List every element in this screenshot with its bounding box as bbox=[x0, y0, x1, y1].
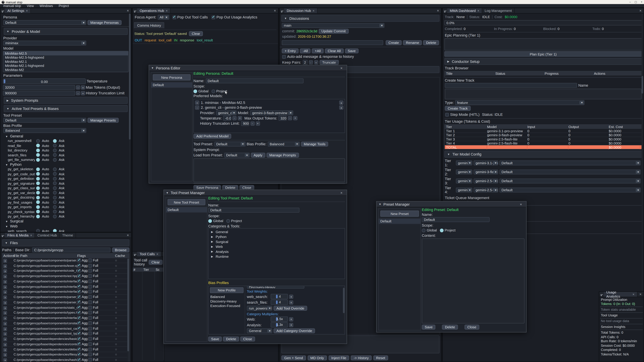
provider-select[interactable]: minimax▼ bbox=[3, 40, 86, 45]
category-item[interactable]: ▶Web bbox=[211, 245, 342, 249]
ask-radio[interactable] bbox=[53, 153, 57, 157]
discussion-name-input[interactable] bbox=[282, 40, 383, 45]
auto-radio[interactable] bbox=[36, 172, 40, 176]
panel-close-icon[interactable]: × bbox=[272, 8, 278, 12]
full-checkbox[interactable] bbox=[88, 306, 92, 309]
browse-button[interactable]: Browse bbox=[112, 248, 130, 252]
panel-close-icon[interactable]: × bbox=[637, 292, 644, 296]
scrollbar[interactable] bbox=[343, 287, 345, 333]
tool-group-header[interactable]: ▼Web bbox=[5, 224, 130, 228]
tier-preset-select[interactable]: Default▼ bbox=[500, 178, 641, 183]
tab-usage-analytics[interactable]: Usage Analytics× bbox=[604, 292, 637, 297]
model-option[interactable]: MiniMax-M2 bbox=[3, 68, 128, 72]
save-preset-button[interactable]: Save bbox=[422, 325, 436, 330]
discussions-section-header[interactable]: ▼Discussions bbox=[282, 15, 440, 22]
clear-all-button[interactable]: Clear All bbox=[325, 48, 344, 53]
full-checkbox[interactable] bbox=[88, 311, 92, 315]
agg-checkbox[interactable] bbox=[77, 332, 81, 336]
close-tab-icon[interactable]: × bbox=[30, 233, 32, 237]
auto-radio[interactable] bbox=[36, 148, 40, 152]
menu-item[interactable]: View bbox=[27, 4, 34, 7]
remove-multiplier-button[interactable]: x bbox=[289, 323, 293, 327]
base-dir-input[interactable]: C:/projects/gencpp bbox=[32, 248, 110, 252]
agg-checkbox[interactable] bbox=[77, 274, 81, 278]
scope-project-radio[interactable] bbox=[211, 89, 215, 93]
remove-file-button[interactable]: x bbox=[3, 269, 7, 273]
tier-model-select[interactable]: gemini-2.5-flash▼ bbox=[474, 178, 498, 183]
dock-icon[interactable] bbox=[443, 8, 447, 13]
system-prompt-textarea[interactable] bbox=[193, 158, 345, 182]
tab-tool-calls[interactable]: Tool Calls× bbox=[137, 252, 161, 256]
popout-tool-calls-checkbox[interactable] bbox=[172, 15, 176, 19]
full-checkbox[interactable] bbox=[88, 327, 92, 330]
preset-content-textarea[interactable] bbox=[422, 239, 524, 324]
composer-button[interactable]: Gen + Send bbox=[282, 356, 306, 360]
tool-preset-select[interactable]: Default▼ bbox=[3, 118, 86, 123]
rename-discussion-button[interactable]: Rename bbox=[403, 40, 422, 45]
pe-tool-preset-select[interactable]: Default▼ bbox=[214, 142, 245, 146]
remove-file-button[interactable]: x bbox=[3, 296, 7, 299]
manage-prompts-button[interactable]: Manage Prompts bbox=[266, 153, 299, 158]
epic-planning-textarea[interactable] bbox=[444, 38, 642, 50]
model-option[interactable]: MiniMax-M2.5-highspeed bbox=[3, 55, 128, 59]
agg-checkbox[interactable] bbox=[77, 316, 81, 320]
auto-radio[interactable] bbox=[36, 191, 40, 195]
scrollbar[interactable] bbox=[127, 259, 129, 362]
remove-file-button[interactable]: x bbox=[3, 353, 7, 357]
agg-checkbox[interactable] bbox=[77, 285, 81, 289]
tool-override-select[interactable]: run_powershell▼ bbox=[247, 306, 272, 311]
panel-close-icon[interactable]: × bbox=[435, 8, 441, 12]
add-entry-button[interactable]: + Entry bbox=[282, 48, 299, 53]
new-profile-button[interactable]: New Profile bbox=[210, 287, 244, 293]
agg-checkbox[interactable] bbox=[77, 269, 81, 273]
paths-label[interactable]: Paths bbox=[2, 248, 12, 252]
close-dialog-button[interactable]: Close bbox=[240, 185, 254, 190]
multiplier-slider[interactable]: 1.3x bbox=[271, 322, 288, 328]
full-checkbox[interactable] bbox=[88, 332, 92, 336]
category-item[interactable]: ▶General bbox=[211, 230, 342, 234]
agg-checkbox[interactable] bbox=[77, 348, 81, 351]
remove-file-button[interactable]: x bbox=[3, 280, 7, 284]
remove-file-button[interactable]: x bbox=[3, 358, 7, 362]
auto-radio[interactable] bbox=[36, 158, 40, 162]
close-tab-icon[interactable]: × bbox=[632, 293, 634, 296]
decrement-button[interactable]: - bbox=[308, 60, 312, 64]
agg-checkbox[interactable] bbox=[77, 300, 81, 304]
tier-model-select[interactable]: gemini-2.5-flash▼ bbox=[474, 188, 498, 192]
full-checkbox[interactable] bbox=[88, 279, 92, 283]
close-dialog-button[interactable]: Close bbox=[464, 325, 479, 330]
pm-temperature-input[interactable]: -0.0 bbox=[223, 115, 231, 120]
track-type-select[interactable]: feature▼ bbox=[455, 100, 584, 105]
collapse-icon[interactable]: ▼ bbox=[151, 66, 154, 69]
decrement-button[interactable]: - bbox=[250, 121, 254, 125]
remove-file-button[interactable]: x bbox=[3, 322, 7, 326]
full-checkbox[interactable] bbox=[88, 342, 92, 346]
plus-all-button[interactable]: +All bbox=[312, 48, 324, 53]
remove-file-button[interactable]: x bbox=[3, 275, 7, 278]
focus-agent-select[interactable]: All▼ bbox=[158, 15, 169, 19]
panel-close-icon[interactable]: × bbox=[125, 8, 131, 12]
save-history-button[interactable]: Save bbox=[345, 48, 358, 53]
category-override-select[interactable]: General▼ bbox=[247, 328, 272, 333]
auto-radio[interactable] bbox=[36, 186, 40, 190]
delete-tool-preset-button[interactable]: Delete bbox=[223, 337, 239, 341]
load-preset-select[interactable]: Default▼ bbox=[224, 153, 250, 158]
category-item[interactable]: ▶Analysis bbox=[211, 250, 342, 253]
close-tab-icon[interactable]: × bbox=[156, 252, 158, 256]
composer-button[interactable]: MD Only bbox=[308, 356, 327, 360]
add-tool-override-button[interactable]: Add Tool Override bbox=[274, 306, 307, 311]
agg-checkbox[interactable] bbox=[77, 306, 81, 309]
remove-file-button[interactable]: x bbox=[3, 285, 7, 289]
track-description-textarea[interactable] bbox=[445, 89, 642, 99]
dialog-close-icon[interactable]: × bbox=[518, 202, 524, 206]
create-discussion-button[interactable]: Create bbox=[386, 40, 402, 45]
full-checkbox[interactable] bbox=[88, 285, 92, 289]
ask-radio[interactable] bbox=[53, 172, 57, 176]
scope-project-radio[interactable] bbox=[440, 228, 444, 232]
bias-profile-select[interactable]: Balanced▼ bbox=[3, 128, 86, 133]
agg-checkbox[interactable] bbox=[77, 259, 81, 262]
truncate-button[interactable]: Truncate bbox=[319, 60, 339, 65]
tier-preset-select[interactable]: Default▼ bbox=[500, 169, 641, 174]
dock-icon[interactable] bbox=[280, 8, 284, 13]
conductor-setup-header[interactable]: ▶Conductor Setup bbox=[444, 58, 642, 65]
